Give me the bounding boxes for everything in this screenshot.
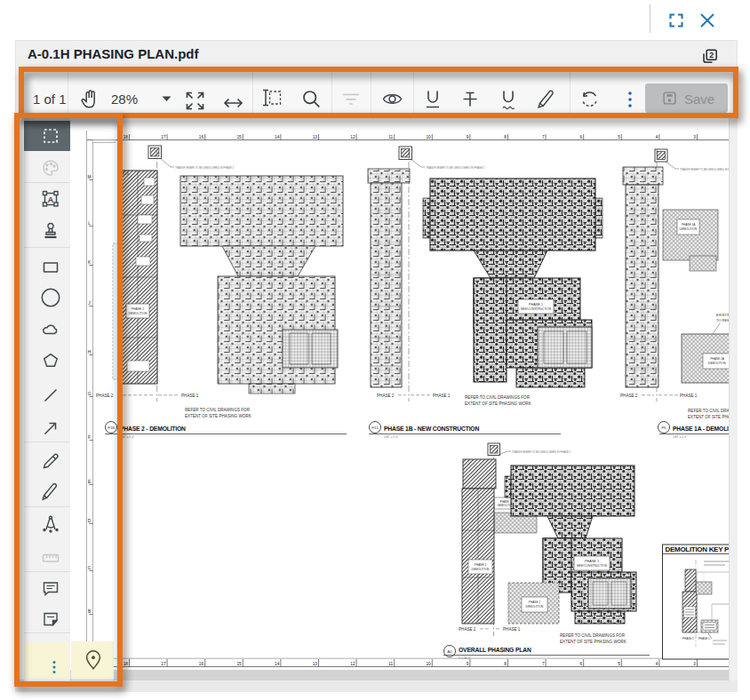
svg-text:11: 11	[388, 662, 393, 666]
svg-text:A0: A0	[447, 649, 452, 654]
svg-text:OVERALL PHASING PLAN: OVERALL PHASING PLAN	[459, 647, 531, 653]
svg-text:REFER TO CIVIL DRAWINGS FOR: REFER TO CIVIL DRAWINGS FOR	[185, 408, 251, 412]
svg-text:9: 9	[467, 135, 469, 139]
svg-text:NEW CONSTRUCTION: NEW CONSTRUCTION	[577, 564, 608, 568]
svg-text:6: 6	[580, 662, 583, 666]
svg-text:7: 7	[542, 662, 545, 666]
svg-text:15: 15	[236, 135, 242, 139]
svg-text:18: 18	[124, 662, 129, 666]
svg-text:14: 14	[275, 662, 280, 666]
svg-text:1" = 40'-0": 1" = 40'-0"	[459, 656, 471, 660]
svg-text:PHASE 1: PHASE 1	[181, 394, 199, 398]
svg-text:PHASE 2: PHASE 2	[682, 637, 694, 640]
svg-text:15: 15	[236, 662, 242, 666]
svg-text:PHASE 2: PHASE 2	[475, 563, 487, 567]
svg-text:13: 13	[313, 135, 318, 139]
svg-text:PHASE 1A: PHASE 1A	[682, 223, 696, 227]
svg-text:8: 8	[504, 135, 507, 139]
svg-text:12: 12	[350, 135, 355, 139]
svg-text:16: 16	[199, 662, 204, 666]
svg-text:PHASE 1: PHASE 1	[585, 560, 599, 563]
svg-text:PHASE 2: PHASE 2	[459, 627, 476, 632]
svg-text:9: 9	[467, 662, 469, 666]
svg-text:PHASE 2: PHASE 2	[132, 307, 144, 311]
svg-text:REFER TO CIVIL DRAWINGS FOR: REFER TO CIVIL DRAWINGS FOR	[465, 395, 531, 400]
svg-text:EXTENT OF SITE PHASING WORK: EXTENT OF SITE PHASING WORK	[465, 402, 532, 406]
svg-text:PHASE 2 - DEMOLITION: PHASE 2 - DEMOLITION	[120, 426, 186, 432]
svg-text:16: 16	[199, 135, 204, 139]
svg-text:2: 2	[709, 51, 714, 60]
svg-text:DEMOLITION: DEMOLITION	[680, 227, 698, 231]
svg-text:EXTENT OF SITE PHASING WORK: EXTENT OF SITE PHASING WORK	[185, 414, 252, 418]
svg-text:10: 10	[426, 662, 431, 666]
svg-text:F11: F11	[371, 426, 379, 430]
svg-text:3: 3	[693, 135, 696, 139]
svg-text:18: 18	[124, 135, 129, 139]
svg-text:PHASE 1: PHASE 1	[500, 500, 512, 504]
svg-text:NEW CONSTRUCTION: NEW CONSTRUCTION	[521, 307, 552, 311]
svg-text:12: 12	[350, 662, 355, 666]
svg-text:PHASE 1A - DEMOLITON: PHASE 1A - DEMOLITON	[673, 426, 729, 432]
svg-text:EXTENT OF SITE PHASING WORK: EXTENT OF SITE PHASING WORK	[560, 640, 627, 644]
svg-text:8: 8	[504, 662, 507, 666]
svg-text:PHASE 1A: PHASE 1A	[710, 357, 724, 361]
svg-text:DEMOLITION: DEMOLITION	[526, 605, 545, 609]
svg-text:4: 4	[656, 662, 658, 666]
svg-text:DEMOLITION KEY PLAN: DEMOLITION KEY PLAN	[666, 545, 730, 553]
svg-text:5: 5	[618, 662, 620, 666]
svg-text:DEMOLITION: DEMOLITION	[472, 568, 491, 571]
svg-text:11: 11	[388, 135, 393, 139]
svg-text:PHASE 1: PHASE 1	[503, 627, 521, 632]
svg-text:PHASE 1B - NEW CONSTRUCTION: PHASE 1B - NEW CONSTRUCTION	[384, 426, 479, 432]
svg-text:TO REMAIN: TO REMAIN	[716, 318, 729, 322]
svg-text:10: 10	[426, 135, 431, 139]
svg-text:5: 5	[618, 135, 620, 139]
svg-text:DEMOLITION: DEMOLITION	[708, 362, 727, 365]
svg-text:3: 3	[693, 662, 696, 666]
svg-text:4: 4	[656, 135, 658, 139]
svg-text:17: 17	[161, 662, 166, 666]
svg-text:PHASE 1: PHASE 1	[529, 303, 543, 306]
svg-text:PHASE 1: PHASE 1	[529, 601, 541, 604]
svg-text:PHASE 2: PHASE 2	[620, 394, 638, 398]
svg-text:DEMOLITION: DEMOLITION	[128, 312, 148, 315]
svg-text:TRANSFORMER TO BE DEMOLISHED I: TRANSFORMER TO BE DEMOLISHED IN PHASE 2	[512, 450, 571, 454]
svg-text:TRANSFORMER TO BE DEMOLISHED I: TRANSFORMER TO BE DEMOLISHED IN PHASE 2	[680, 168, 729, 171]
svg-text:EXISTING BLDG: EXISTING BLDG	[716, 313, 729, 317]
svg-text:6: 6	[580, 135, 583, 139]
svg-text:PHASE 1: PHASE 1	[433, 394, 451, 398]
svg-text:BLDG: BLDG	[122, 172, 130, 176]
svg-text:17: 17	[161, 135, 166, 139]
svg-text:F5: F5	[661, 426, 666, 430]
svg-text:14: 14	[275, 135, 280, 139]
svg-text:EXTENT OF SITE PHASING WORK: EXTENT OF SITE PHASING WORK	[688, 415, 729, 419]
svg-text:PHASE 1: PHASE 1	[698, 637, 710, 640]
svg-text:PHASE 2: PHASE 2	[377, 394, 395, 398]
svg-text:13: 13	[313, 662, 318, 666]
svg-text:TRANSFORMER TO BE DEMOLISHED I: TRANSFORMER TO BE DEMOLISHED IN PHASE 2	[426, 166, 485, 170]
svg-text:1/32" = 1'-0": 1/32" = 1'-0"	[673, 435, 687, 439]
svg-text:7: 7	[542, 135, 545, 139]
svg-text:TRANSFORMER TO BE DEMOLISHED I: TRANSFORMER TO BE DEMOLISHED IN PHASE 2	[175, 166, 235, 170]
svg-text:1/32" = 1'-0": 1/32" = 1'-0"	[384, 435, 398, 439]
svg-text:PHASE 1: PHASE 1	[680, 394, 698, 398]
svg-text:REFER TO CIVIL DRAWINGS FOR: REFER TO CIVIL DRAWINGS FOR	[688, 409, 729, 413]
svg-text:REFER TO CIVIL DRAWINGS FOR: REFER TO CIVIL DRAWINGS FOR	[560, 633, 626, 638]
